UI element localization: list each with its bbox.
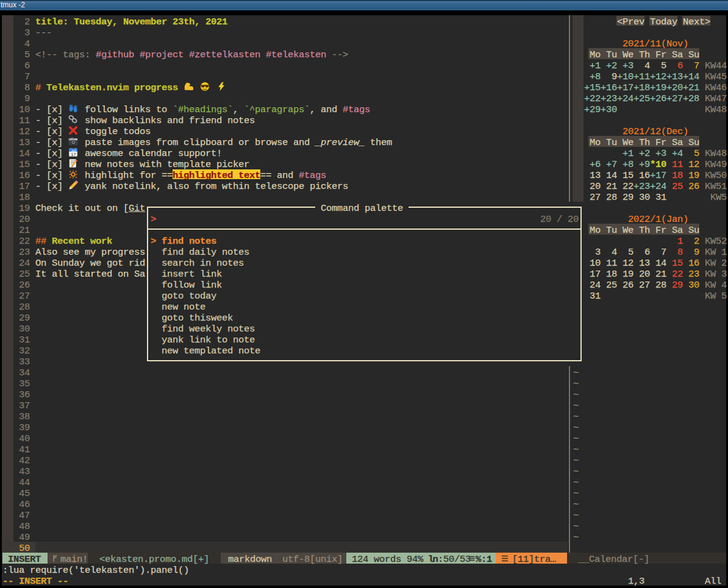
svg-text:17: 17 bbox=[71, 152, 76, 157]
